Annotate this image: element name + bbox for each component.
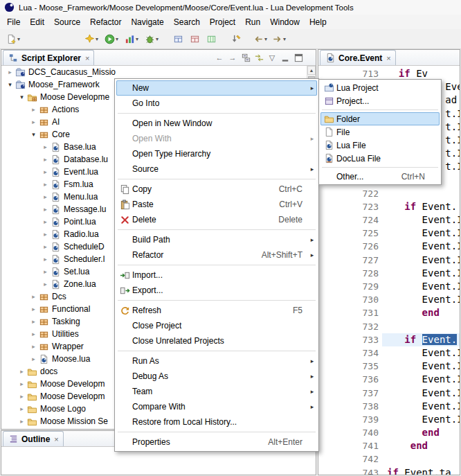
app-icon[interactable] — [3, 2, 15, 13]
context-menu-item-close-unrelated-projects[interactable]: Close Unrelated Projects — [116, 333, 317, 349]
collapsed-arrow-icon[interactable]: ▸ — [41, 256, 50, 263]
line-number[interactable]: 730 — [318, 293, 382, 306]
line-number[interactable]: 728 — [318, 267, 382, 280]
open-resource-button[interactable] — [171, 30, 185, 47]
menubar-refactor[interactable]: Refactor — [85, 15, 126, 29]
context-menu-item-open-in-new-window[interactable]: Open in New Window — [116, 116, 317, 131]
context-menu-item-debug-as[interactable]: Debug As▸ — [116, 369, 317, 384]
new-submenu-item-other[interactable]: Other...Ctrl+N — [320, 170, 440, 183]
back-button[interactable]: ← — [213, 52, 226, 64]
dropdown-arrow-icon[interactable]: ▾ — [96, 36, 98, 42]
new-submenu-item-lua-project[interactable]: Lua Project — [320, 81, 440, 94]
menubar-project[interactable]: Project — [205, 15, 240, 29]
collapsed-arrow-icon[interactable]: ▸ — [41, 231, 50, 238]
collapsed-arrow-icon[interactable]: ▸ — [41, 181, 50, 188]
line-number[interactable]: 742 — [318, 452, 382, 466]
new-wizard-button[interactable]: ▾ — [4, 30, 21, 47]
context-menu-item-open-type-hierarchy[interactable]: Open Type Hierarchy — [116, 146, 317, 161]
forward-button[interactable]: → — [226, 52, 239, 64]
forward-button[interactable]: ▾ — [270, 30, 287, 47]
close-icon[interactable]: × — [54, 435, 58, 443]
context-menu-item-team[interactable]: Team▸ — [116, 384, 317, 399]
context-menu-item-new[interactable]: New▸ — [116, 80, 317, 96]
collapsed-arrow-icon[interactable]: ▸ — [41, 281, 50, 288]
expanded-arrow-icon[interactable]: ▾ — [6, 81, 15, 88]
annotations-button[interactable] — [204, 30, 218, 47]
context-menu-item-build-path[interactable]: Build Path▸ — [116, 232, 317, 247]
line-number[interactable]: 740 — [318, 426, 382, 439]
context-menu-item-export[interactable]: Export... — [116, 283, 317, 298]
dropdown-arrow-icon[interactable]: ▾ — [156, 36, 159, 42]
menubar-window[interactable]: Window — [265, 15, 305, 29]
line-number[interactable]: 729 — [318, 280, 382, 293]
line-number[interactable]: 735 — [318, 360, 382, 373]
line-number[interactable]: 738 — [318, 400, 382, 413]
maximize-button[interactable] — [292, 52, 305, 64]
context-menu-item-import[interactable]: Import... — [116, 267, 317, 283]
line-number[interactable]: 743 — [318, 466, 382, 475]
dropdown-arrow-icon[interactable]: ▾ — [283, 36, 286, 42]
collapsed-arrow-icon[interactable]: ▸ — [29, 318, 38, 325]
collapsed-arrow-icon[interactable]: ▸ — [41, 243, 50, 250]
context-menu-item-refactor[interactable]: RefactorAlt+Shift+T▸ — [116, 247, 317, 263]
collapsed-arrow-icon[interactable]: ▸ — [41, 218, 50, 225]
new-submenu-item-doclua-file[interactable]: DocLua File — [320, 152, 440, 165]
line-number[interactable]: 726 — [318, 240, 382, 253]
collapsed-arrow-icon[interactable]: ▸ — [29, 355, 38, 362]
collapsed-arrow-icon[interactable]: ▸ — [41, 193, 50, 200]
collapsed-arrow-icon[interactable]: ▸ — [17, 368, 26, 375]
expanded-arrow-icon[interactable]: ▾ — [29, 131, 38, 138]
scroll-up-button[interactable]: ▲ — [307, 66, 316, 75]
new-submenu-item-folder[interactable]: Folder — [320, 112, 440, 125]
menubar-help[interactable]: Help — [305, 15, 332, 29]
new-submenu-item-file[interactable]: File — [320, 125, 440, 139]
run-button[interactable]: ▾ — [102, 30, 120, 47]
menubar-file[interactable]: File — [2, 15, 25, 29]
collapsed-arrow-icon[interactable]: ▸ — [29, 330, 38, 337]
line-number[interactable]: 732 — [318, 320, 382, 333]
line-number[interactable]: 727 — [318, 254, 382, 267]
close-icon[interactable]: × — [386, 54, 390, 62]
collapse-all-button[interactable] — [239, 52, 252, 64]
last-edit-location-button[interactable] — [229, 30, 243, 47]
dropdown-arrow-icon[interactable]: ▾ — [264, 36, 267, 42]
collapsed-arrow-icon[interactable]: ▸ — [6, 69, 15, 76]
menubar-search[interactable]: Search — [169, 15, 205, 29]
collapsed-arrow-icon[interactable]: ▸ — [29, 106, 38, 113]
line-number[interactable]: 724 — [318, 213, 382, 227]
collapsed-arrow-icon[interactable]: ▸ — [29, 293, 38, 300]
context-menu-item-close-project[interactable]: Close Project — [116, 318, 317, 333]
context-menu-item-copy[interactable]: CopyCtrl+C — [116, 182, 317, 197]
external-tools-button[interactable]: ▾ — [82, 30, 100, 47]
tab-outline[interactable]: Outline × — [3, 431, 64, 446]
context-menu-item-restore-from-local-history[interactable]: Restore from Local History... — [116, 414, 317, 430]
collapsed-arrow-icon[interactable]: ▸ — [41, 268, 50, 275]
line-number[interactable]: 734 — [318, 346, 382, 360]
line-number[interactable]: 733 — [318, 333, 382, 346]
collapsed-arrow-icon[interactable]: ▸ — [17, 393, 26, 400]
debug-button[interactable]: ▾ — [143, 30, 160, 47]
new-submenu-item-project[interactable]: Project... — [320, 94, 440, 107]
collapsed-arrow-icon[interactable]: ▸ — [41, 143, 50, 150]
context-menu-item-delete[interactable]: DeleteDelete — [116, 212, 317, 227]
collapsed-arrow-icon[interactable]: ▸ — [29, 306, 38, 312]
collapsed-arrow-icon[interactable]: ▸ — [29, 118, 38, 125]
line-number[interactable]: 723 — [318, 200, 382, 213]
collapsed-arrow-icon[interactable]: ▸ — [29, 343, 38, 350]
line-number[interactable]: 739 — [318, 413, 382, 426]
search-button[interactable] — [188, 30, 201, 47]
link-with-editor-button[interactable] — [253, 52, 265, 64]
collapsed-arrow-icon[interactable]: ▸ — [17, 405, 26, 412]
collapsed-arrow-icon[interactable]: ▸ — [17, 418, 26, 425]
minimize-button[interactable] — [279, 52, 291, 64]
context-menu-item-source[interactable]: Source▸ — [116, 161, 317, 177]
context-menu-item-refresh[interactable]: RefreshF5 — [116, 303, 317, 318]
menubar-run[interactable]: Run — [240, 15, 265, 29]
line-number[interactable]: 737 — [318, 387, 382, 400]
view-menu-button[interactable]: ▽ — [266, 52, 278, 64]
menubar-edit[interactable]: Edit — [25, 15, 49, 29]
menubar-source[interactable]: Source — [49, 15, 85, 29]
context-menu-item-compare-with[interactable]: Compare With▸ — [116, 399, 317, 414]
coverage-button[interactable]: ▾ — [123, 30, 140, 47]
tree-item-dcs-caucasus-missio[interactable]: ▸DCS_Caucasus_Missio — [1, 66, 307, 78]
